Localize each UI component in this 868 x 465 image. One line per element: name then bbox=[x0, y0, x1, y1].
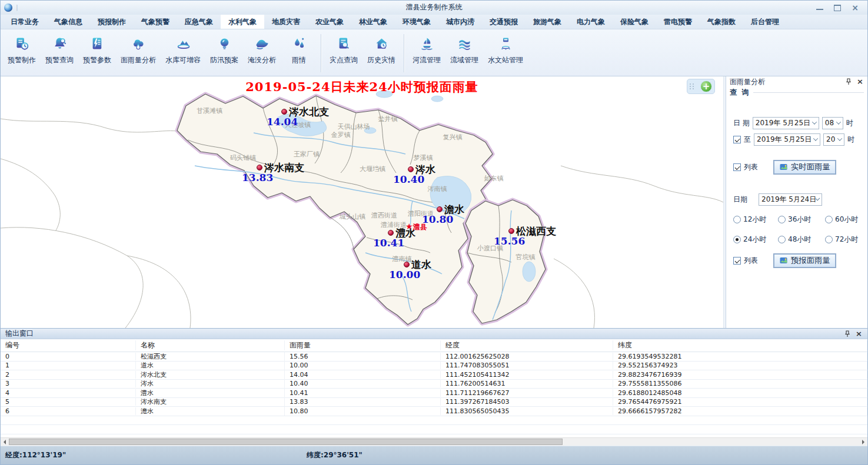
map-canvas[interactable]: 2019-05-24日未来24小时预报面雨量 甘溪滩镇火连坡镇天供山林场金罗镇盐… bbox=[1, 76, 723, 328]
toolbar-button-水库可增容[interactable]: 水库可增容 bbox=[161, 32, 205, 75]
toolbar-button-预警制作[interactable]: 预警制作 bbox=[3, 32, 41, 75]
tab-环境气象[interactable]: 环境气象 bbox=[395, 15, 438, 29]
column-header-经度[interactable]: 经度 bbox=[441, 340, 613, 350]
toolbar-button-历史灾情[interactable]: 历史灾情 bbox=[363, 32, 400, 75]
tab-电力气象[interactable]: 电力气象 bbox=[569, 15, 613, 29]
station-dot-icon[interactable] bbox=[257, 165, 262, 170]
toolbar-button-流域管理[interactable]: 流域管理 bbox=[445, 32, 483, 75]
tab-后台管理[interactable]: 后台管理 bbox=[743, 15, 787, 29]
column-header-纬度[interactable]: 纬度 bbox=[613, 340, 867, 350]
scrollbar-track[interactable] bbox=[9, 438, 859, 446]
warning-search-icon bbox=[52, 34, 68, 54]
tab-气象信息[interactable]: 气象信息 bbox=[46, 15, 90, 29]
realtime-rainfall-button[interactable]: 实时面雨量 bbox=[774, 160, 836, 174]
toolbar-group: 河流管理流域管理水文站管理 bbox=[408, 32, 528, 75]
tab-气象预警[interactable]: 气象预警 bbox=[134, 15, 177, 29]
toolbar-button-灾点查询[interactable]: 灾点查询 bbox=[325, 32, 363, 75]
tab-气象指数[interactable]: 气象指数 bbox=[700, 15, 743, 29]
list-checkbox-2[interactable] bbox=[733, 257, 741, 265]
table-row[interactable]: 0松滋西支15.56112.00162562502829.61935495322… bbox=[1, 352, 867, 362]
date-to-combobox[interactable]: 2019年 5月25日 bbox=[754, 133, 820, 146]
toolbar-button-预警查询[interactable]: 预警查询 bbox=[41, 32, 78, 75]
date-from-combobox[interactable]: 2019年 5月25日 bbox=[753, 117, 819, 129]
table-row[interactable]: 1道水10.00111.74708305505129.552156374923 bbox=[1, 362, 867, 371]
pin-icon[interactable] bbox=[845, 78, 852, 85]
town-label-天供山林场: 天供山林场 bbox=[338, 122, 370, 131]
toolbar-button-label: 水文站管理 bbox=[488, 55, 523, 65]
table-row[interactable]: 2涔水北支14.04111.45210541134229.88234767169… bbox=[1, 370, 867, 380]
duration-option-48小时[interactable]: 48小时 bbox=[778, 235, 825, 245]
toolbar-button-雨情[interactable]: 雨情 bbox=[281, 32, 317, 75]
tab-交通预报[interactable]: 交通预报 bbox=[482, 15, 526, 29]
toolbar-button-防汛预案[interactable]: 防汛预案 bbox=[205, 32, 243, 75]
tab-地质灾害[interactable]: 地质灾害 bbox=[264, 15, 308, 29]
scroll-left-button[interactable] bbox=[1, 438, 9, 446]
drag-grip-icon[interactable] bbox=[690, 83, 694, 89]
zoom-in-button[interactable]: + bbox=[700, 81, 712, 92]
table-cell: 涔水 bbox=[136, 379, 285, 388]
tab-日常业务[interactable]: 日常业务 bbox=[3, 15, 46, 29]
tab-农业气象[interactable]: 农业气象 bbox=[308, 15, 351, 29]
hour-to-combobox[interactable]: 20 bbox=[823, 133, 844, 146]
list-label: 列表 bbox=[744, 162, 758, 172]
station-dot-icon[interactable] bbox=[508, 228, 514, 234]
station-dot-icon[interactable] bbox=[281, 109, 287, 115]
hour-suffix: 时 bbox=[846, 118, 853, 128]
toolbar-button-淹没分析[interactable]: 淹没分析 bbox=[243, 32, 281, 75]
forecast-date-combobox[interactable]: 2019年 5月24日 bbox=[759, 193, 822, 206]
duration-option-12小时[interactable]: 12小时 bbox=[733, 215, 778, 225]
town-label-官垸镇: 官垸镇 bbox=[516, 252, 536, 261]
toolbar-button-label: 雨情 bbox=[292, 55, 306, 65]
maximize-button[interactable] bbox=[833, 4, 842, 11]
panel-close-icon[interactable]: × bbox=[857, 78, 864, 85]
table-row[interactable]: 4澧水10.41111.71121966762729.6188012485048 bbox=[1, 389, 867, 398]
column-header-面雨量[interactable]: 面雨量 bbox=[285, 340, 441, 350]
toolbar-button-面雨量分析[interactable]: 面雨量分析 bbox=[116, 32, 161, 75]
station-dot-icon[interactable] bbox=[404, 262, 410, 267]
station-dot-icon[interactable] bbox=[437, 206, 443, 212]
tab-应急气象[interactable]: 应急气象 bbox=[177, 15, 221, 29]
toolbar-button-预警参数[interactable]: 预警参数 bbox=[78, 32, 116, 75]
station-dot-icon[interactable] bbox=[388, 230, 394, 236]
pin-icon[interactable] bbox=[844, 330, 851, 337]
tab-城市内涝[interactable]: 城市内涝 bbox=[438, 15, 482, 29]
tab-林业气象[interactable]: 林业气象 bbox=[351, 15, 395, 29]
date-label: 日 期 bbox=[733, 118, 750, 128]
tab-预报制作[interactable]: 预报制作 bbox=[90, 15, 134, 29]
close-button[interactable]: × bbox=[851, 4, 859, 11]
to-checkbox[interactable] bbox=[733, 136, 741, 143]
toolbar-button-河流管理[interactable]: 河流管理 bbox=[408, 32, 445, 75]
town-label-盐井镇: 盐井镇 bbox=[378, 114, 398, 123]
scroll-right-button[interactable] bbox=[859, 438, 867, 446]
forecast-rainfall-button[interactable]: 预报面雨量 bbox=[774, 254, 836, 267]
table-cell: 10.41 bbox=[285, 389, 441, 397]
tab-旅游气象[interactable]: 旅游气象 bbox=[526, 15, 569, 29]
table-cell: 5 bbox=[1, 398, 136, 406]
table-row[interactable]: 3涔水10.40111.7620051463129.7555811355086 bbox=[1, 380, 867, 389]
column-header-编号[interactable]: 编号 bbox=[1, 340, 136, 350]
toolbar-button-水文站管理[interactable]: 水文站管理 bbox=[483, 32, 528, 75]
output-close-icon[interactable]: × bbox=[856, 330, 863, 337]
column-header-名称[interactable]: 名称 bbox=[136, 340, 285, 350]
tab-保险气象[interactable]: 保险气象 bbox=[613, 15, 656, 29]
duration-option-72小时[interactable]: 72小时 bbox=[825, 235, 860, 245]
toolbar-button-label: 预警参数 bbox=[83, 55, 111, 65]
table-row[interactable]: 6澹水10.80111.83056505043529.6666157957282 bbox=[1, 407, 867, 416]
table-row[interactable]: 5涔水南支13.83111.39726718450329.76544769759… bbox=[1, 398, 867, 407]
list-checkbox[interactable] bbox=[733, 163, 741, 171]
duration-option-24小时[interactable]: 24小时 bbox=[733, 235, 778, 245]
station-dot-icon[interactable] bbox=[408, 166, 414, 172]
horizontal-scrollbar[interactable] bbox=[1, 437, 867, 446]
table-cell: 111.397267184503 bbox=[441, 398, 613, 406]
minimize-button[interactable] bbox=[816, 4, 824, 11]
rain-info-icon bbox=[291, 34, 307, 54]
station-rainfall-value: 10.00 bbox=[389, 269, 420, 280]
radio-icon bbox=[778, 236, 786, 243]
status-bar: 经度:112°13'19" 纬度:29°36'51" bbox=[1, 446, 867, 464]
tab-雷电预警[interactable]: 雷电预警 bbox=[656, 15, 700, 29]
tab-水利气象[interactable]: 水利气象 bbox=[221, 15, 264, 29]
scrollbar-thumb[interactable] bbox=[9, 439, 563, 445]
hour-from-combobox[interactable]: 08 bbox=[822, 117, 843, 129]
duration-option-60小时[interactable]: 60小时 bbox=[825, 215, 860, 225]
duration-option-36小时[interactable]: 36小时 bbox=[778, 215, 825, 225]
